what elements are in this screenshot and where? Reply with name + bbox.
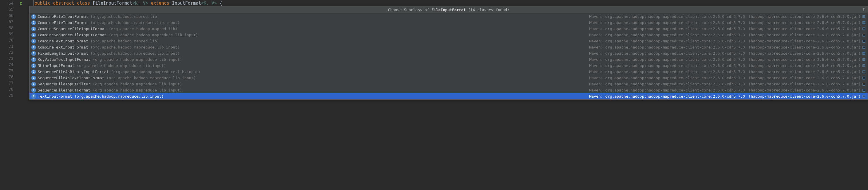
package-label: (org.apache.hadoop.mapreduce.lib.input) <box>111 70 200 74</box>
svg-point-0 <box>20 2 22 3</box>
gutter-icons[interactable] <box>19 1 33 5</box>
subclass-list[interactable]: CCombineFileInputFormat (org.apache.hado… <box>30 13 868 100</box>
jar-name-label: (hadoop-mapreduce-client-core-2.6.0-cdh5… <box>748 57 861 62</box>
class-icon: C <box>31 45 36 50</box>
line-number: 65 <box>1 7 19 12</box>
pin-icon[interactable] <box>862 8 865 12</box>
maven-source-label: Maven: org.apache.hadoop:hadoop-mapreduc… <box>589 70 747 74</box>
library-lock-icon <box>862 45 866 49</box>
library-lock-icon <box>862 64 866 68</box>
keyword-public: public <box>34 1 50 6</box>
class-icon: C <box>31 70 36 74</box>
code-content[interactable]: public abstract class FileInputFormat<K,… <box>34 1 222 6</box>
class-name-label: NLineInputFormat <box>38 64 77 68</box>
svg-rect-14 <box>863 40 865 41</box>
package-label: (org.apache.hadoop.mapreduce.lib.input) <box>109 33 198 37</box>
subclass-item[interactable]: CFixedLengthInputFormat (org.apache.hado… <box>30 50 868 56</box>
jar-name-label: (hadoop-mapreduce-client-core-2.6.0-cdh5… <box>748 14 861 19</box>
jar-name-label: (hadoop-mapreduce-client-core-2.6.0-cdh5… <box>748 64 861 68</box>
class-icon: C <box>31 14 36 19</box>
library-lock-icon <box>862 27 866 31</box>
header-classname: FileInputFormat <box>431 8 466 12</box>
line-number: 78 <box>1 87 19 91</box>
subclass-chooser-popup[interactable]: Choose Subclass of FileInputFormat (14 c… <box>29 6 868 100</box>
class-name-label: CombineSequenceFileInputFormat <box>38 33 109 37</box>
class-name-label: CombineFileInputFormat <box>38 14 90 19</box>
svg-rect-42 <box>863 97 865 97</box>
package-label: (org.apache.hadoop.mapreduce.lib.input) <box>93 88 182 92</box>
subclass-item[interactable]: CCombineFileInputFormat (org.apache.hado… <box>30 13 868 20</box>
subclass-item[interactable]: CCombineTextInputFormat (org.apache.hado… <box>30 38 868 44</box>
jar-name-label: (hadoop-mapreduce-client-core-2.6.0-cdh5… <box>748 82 861 86</box>
line-number: 73 <box>1 56 19 61</box>
library-lock-icon <box>862 70 866 74</box>
svg-rect-24 <box>863 60 865 60</box>
subclass-item[interactable]: CSequenceFileAsBinaryInputFormat (org.ap… <box>30 69 868 75</box>
maven-source-label: Maven: org.apache.hadoop:hadoop-mapreduc… <box>589 57 747 62</box>
library-lock-icon <box>862 39 866 43</box>
jar-name-label: (hadoop-mapreduce-client-core-2.6.0-cdh5… <box>748 94 861 99</box>
generic-params-2: <K, V> <box>201 1 217 6</box>
class-name-label: SequenceFileInputFilter <box>38 82 93 86</box>
svg-rect-9 <box>863 29 865 30</box>
generic-params: <K, V> <box>132 1 148 6</box>
keyword-abstract: abstract <box>53 1 74 6</box>
keyword-extends: extends <box>151 1 169 6</box>
class-icon: C <box>31 88 36 93</box>
svg-rect-18 <box>863 47 865 48</box>
subclass-item[interactable]: CCombineFileInputFormat (org.apache.hado… <box>30 20 868 26</box>
subclass-item[interactable]: CSequenceFileInputFilter (org.apache.had… <box>30 81 868 87</box>
package-label: (org.apache.hadoop.mapred.lib) <box>109 27 178 31</box>
subclass-item[interactable]: CNLineInputFormat (org.apache.hadoop.map… <box>30 63 868 69</box>
class-icon: C <box>31 27 36 31</box>
svg-rect-12 <box>863 35 865 36</box>
maven-source-label: Maven: org.apache.hadoop:hadoop-mapreduc… <box>589 51 747 55</box>
implemented-icon[interactable] <box>19 1 23 5</box>
svg-rect-5 <box>863 22 865 23</box>
subclass-item[interactable]: CCombineSequenceFileInputFormat (org.apa… <box>30 26 868 32</box>
subclass-item[interactable]: CTextInputFormat (org.apache.hadoop.mapr… <box>30 93 868 100</box>
maven-source-label: Maven: org.apache.hadoop:hadoop-mapreduc… <box>589 14 747 19</box>
maven-source-label: Maven: org.apache.hadoop:hadoop-mapreduc… <box>589 76 747 80</box>
line-number: 79 <box>1 93 19 98</box>
svg-rect-17 <box>863 46 865 47</box>
package-label: (org.apache.hadoop.mapreduce.lib.input) <box>77 64 166 68</box>
package-label: (org.apache.hadoop.mapreduce.lib.input) <box>90 21 180 25</box>
maven-source-label: Maven: org.apache.hadoop:hadoop-mapreduc… <box>589 88 747 92</box>
subclass-item[interactable]: CSequenceFileAsTextInputFormat (org.apac… <box>30 75 868 81</box>
svg-rect-29 <box>863 71 865 72</box>
svg-rect-36 <box>863 84 865 85</box>
library-lock-icon <box>862 51 866 55</box>
class-icon: C <box>31 51 36 56</box>
subclass-item[interactable]: CKeyValueTextInputFormat (org.apache.had… <box>30 56 868 63</box>
line-number: 72 <box>1 50 19 55</box>
subclass-item[interactable]: CCombineSequenceFileInputFormat (org.apa… <box>30 32 868 38</box>
svg-rect-38 <box>863 89 865 90</box>
svg-rect-39 <box>863 90 865 91</box>
library-lock-icon <box>862 14 866 19</box>
jar-name-label: (hadoop-mapreduce-client-core-2.6.0-cdh5… <box>748 21 861 25</box>
svg-rect-3 <box>863 17 865 17</box>
package-label: (org.apache.hadoop.mapreduce.lib.input) <box>106 76 196 80</box>
line-number: 75 <box>1 68 19 73</box>
class-icon: C <box>31 33 36 37</box>
line-number: 69 <box>1 32 19 36</box>
editor-line-64: 64 public abstract class FileInputFormat… <box>0 0 868 6</box>
svg-rect-41 <box>863 96 865 96</box>
class-name-label: CombineSequenceFileInputFormat <box>38 27 109 31</box>
line-number: 71 <box>1 44 19 48</box>
svg-rect-30 <box>863 72 865 73</box>
class-icon: C <box>31 94 36 99</box>
svg-rect-33 <box>863 78 865 79</box>
class-name-label: FixedLengthInputFormat <box>38 51 90 55</box>
maven-source-label: Maven: org.apache.hadoop:hadoop-mapreduc… <box>589 82 747 86</box>
library-lock-icon <box>862 82 866 86</box>
line-number: 64 <box>1 1 19 6</box>
maven-source-label: Maven: org.apache.hadoop:hadoop-mapreduc… <box>589 39 747 43</box>
header-prefix: Choose Subclass of <box>388 8 432 12</box>
svg-rect-6 <box>863 23 865 24</box>
package-label: (org.apache.hadoop.mapreduce.lib.input) <box>93 57 182 62</box>
maven-source-label: Maven: org.apache.hadoop:hadoop-mapreduc… <box>589 33 747 37</box>
subclass-item[interactable]: CCombineTextInputFormat (org.apache.hado… <box>30 44 868 50</box>
subclass-item[interactable]: CSequenceFileInputFormat (org.apache.had… <box>30 87 868 93</box>
